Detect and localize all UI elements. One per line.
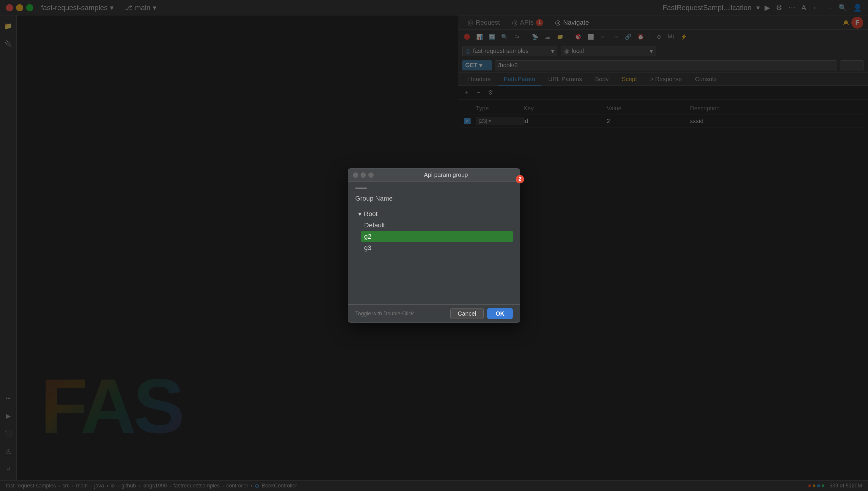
tree-g3-label: g3 bbox=[364, 244, 371, 252]
tree-item-default[interactable]: Default bbox=[361, 220, 513, 231]
dialog-body: Group Name ▾ Root Default g2 g3 bbox=[348, 182, 520, 305]
cancel-button[interactable]: Cancel bbox=[450, 308, 484, 319]
tree-root-label: Root bbox=[364, 210, 378, 218]
tree-default-label: Default bbox=[364, 222, 385, 229]
dialog-footer: Toggle with Double-Click Cancel OK bbox=[348, 305, 520, 322]
tree-g2-label: g2 bbox=[364, 233, 371, 240]
modal-overlay: Api param group 2 Group Name ▾ Root Defa… bbox=[0, 0, 868, 491]
tree-item-g2[interactable]: g2 bbox=[361, 231, 513, 242]
dialog-group-name-label: Group Name bbox=[355, 195, 513, 202]
dialog-close-btn[interactable] bbox=[353, 172, 358, 178]
dialog-maximize-btn[interactable] bbox=[368, 172, 374, 178]
tree-root[interactable]: ▾ Root bbox=[355, 208, 513, 220]
dialog-titlebar: Api param group 2 bbox=[348, 169, 520, 182]
api-param-group-dialog: Api param group 2 Group Name ▾ Root Defa… bbox=[348, 168, 520, 323]
dialog-minimize-btn[interactable] bbox=[360, 172, 366, 178]
tree-chevron-icon: ▾ bbox=[358, 210, 361, 218]
dialog-traffic-lights bbox=[353, 172, 374, 178]
dialog-minus-bar bbox=[355, 187, 367, 189]
dialog-hint: Toggle with Double-Click bbox=[355, 311, 447, 317]
dialog-title: Api param group bbox=[377, 172, 515, 178]
tree-item-g3[interactable]: g3 bbox=[361, 242, 513, 254]
dialog-badge: 2 bbox=[516, 175, 524, 183]
ok-button[interactable]: OK bbox=[487, 308, 513, 319]
